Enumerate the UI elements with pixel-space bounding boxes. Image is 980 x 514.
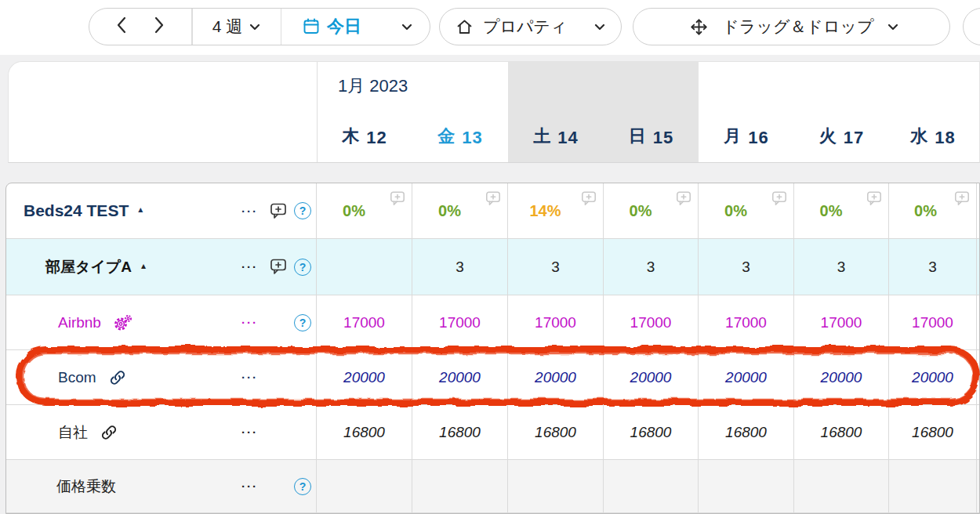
row-label-multiplier: 価格乗数 ··· ? — [6, 460, 317, 513]
help-icon[interactable]: ? — [294, 259, 311, 276]
price-cell[interactable]: 17000 — [508, 295, 604, 350]
channel-name: Airbnb — [6, 314, 101, 331]
day-header: 土14 — [508, 62, 604, 162]
availability-cell[interactable]: 3 — [604, 239, 699, 295]
clipped-cell — [977, 239, 980, 295]
clipped-cell — [977, 183, 980, 239]
more-menu-icon[interactable]: ··· — [241, 316, 258, 329]
toolbar-pill-navigation: 4 週 今日 — [89, 8, 430, 45]
day-header: 日15 — [604, 62, 699, 162]
app-canvas: 4 週 今日 — [0, 0, 980, 514]
clipped-cell — [977, 460, 980, 513]
dragdrop-menu-label: ドラッグ＆ドロップ — [723, 16, 874, 38]
roomtype-name[interactable]: 部屋タイプA — [6, 257, 132, 277]
chevron-right-icon — [154, 16, 165, 37]
today-label: 今日 — [327, 15, 361, 38]
range-label: 4 週 — [212, 16, 243, 38]
property-menu-button[interactable]: プロパティ — [439, 8, 622, 45]
price-cell[interactable]: 16800 — [889, 405, 977, 460]
availability-cell[interactable]: 3 — [412, 239, 508, 295]
multiplier-cell[interactable] — [412, 460, 508, 513]
price-cell[interactable]: 20000 — [889, 350, 977, 405]
multiplier-cell[interactable] — [889, 460, 977, 513]
chevron-left-icon — [116, 16, 127, 37]
more-menu-icon[interactable]: ··· — [241, 480, 258, 493]
collapse-icon[interactable]: ▴ — [138, 204, 143, 215]
price-cell[interactable]: 20000 — [794, 350, 889, 405]
price-cell[interactable]: 17000 — [889, 295, 977, 350]
availability-cell[interactable]: 3 — [508, 239, 604, 295]
help-icon[interactable]: ? — [294, 314, 311, 331]
price-cell[interactable]: 16800 — [317, 405, 412, 460]
more-menu-icon[interactable]: ··· — [241, 425, 258, 439]
add-note-icon[interactable] — [389, 190, 406, 207]
channel-name: 自社 — [6, 422, 88, 443]
more-menu-icon[interactable]: ··· — [241, 205, 258, 218]
add-note-icon[interactable] — [866, 190, 883, 207]
dragdrop-menu-button[interactable]: ドラッグ＆ドロップ — [633, 8, 950, 45]
day-header-today: 金13 — [412, 62, 508, 162]
add-note-icon[interactable] — [485, 190, 502, 207]
add-note-icon[interactable] — [269, 202, 288, 220]
more-menu-icon[interactable]: ··· — [241, 260, 258, 273]
add-note-icon[interactable] — [953, 190, 971, 207]
price-cell[interactable]: 20000 — [317, 350, 412, 405]
price-cell[interactable]: 17000 — [317, 295, 412, 350]
today-select[interactable]: 今日 — [281, 9, 430, 45]
link-icon[interactable] — [100, 424, 118, 441]
property-menu-label: プロパティ — [483, 16, 567, 38]
occupancy-cell[interactable]: 14% — [508, 183, 604, 239]
occupancy-cell[interactable]: 0% — [794, 183, 889, 239]
next-week-button[interactable] — [154, 16, 165, 37]
availability-cell[interactable] — [317, 239, 412, 295]
occupancy-cell[interactable]: 0% — [412, 183, 508, 239]
price-cell[interactable]: 20000 — [604, 350, 699, 405]
more-menu-icon[interactable]: ··· — [241, 371, 258, 384]
rates-table: Beds24 TEST ▴ ··· ? 0% 0% 14% 0% 0% 0% 0… — [5, 183, 980, 514]
price-cell[interactable]: 16800 — [412, 405, 508, 460]
range-select[interactable]: 4 週 — [193, 9, 281, 45]
price-cell[interactable]: 16800 — [508, 405, 604, 460]
move-icon — [689, 17, 709, 37]
chevron-down-icon — [594, 20, 605, 34]
link-icon[interactable] — [109, 369, 126, 386]
availability-cell[interactable]: 3 — [794, 239, 889, 295]
multiplier-cell[interactable] — [699, 460, 794, 513]
price-cell[interactable]: 16800 — [604, 405, 699, 460]
chevron-down-icon — [401, 20, 412, 34]
help-icon[interactable]: ? — [294, 202, 311, 219]
price-cell[interactable]: 20000 — [508, 350, 604, 405]
multiplier-cell[interactable] — [794, 460, 889, 513]
add-note-icon[interactable] — [771, 190, 788, 207]
row-label-property: Beds24 TEST ▴ ··· ? — [6, 183, 317, 239]
price-cell[interactable]: 17000 — [604, 295, 699, 350]
occupancy-cell[interactable]: 0% — [604, 183, 699, 239]
price-cell[interactable]: 17000 — [412, 295, 508, 350]
gears-icon[interactable] — [114, 315, 132, 331]
row-label-airbnb: Airbnb ··· ? — [6, 295, 317, 350]
occupancy-cell[interactable]: 0% — [317, 183, 412, 239]
toolbar-pill-partial[interactable] — [963, 8, 980, 45]
price-cell[interactable]: 17000 — [794, 295, 889, 350]
chevron-down-icon — [887, 20, 898, 34]
price-cell[interactable]: 20000 — [412, 350, 508, 405]
multiplier-cell[interactable] — [508, 460, 604, 513]
multiplier-cell[interactable] — [604, 460, 699, 513]
price-cell[interactable]: 17000 — [699, 295, 794, 350]
prev-week-button[interactable] — [116, 16, 127, 37]
add-note-icon[interactable] — [675, 190, 692, 207]
help-icon[interactable]: ? — [294, 478, 311, 495]
calendar-header-panel: 1月 2023 木12 金13 土14 日15 月16 火17 水18 ↺ ⇤ … — [8, 61, 980, 163]
add-note-icon[interactable] — [580, 190, 597, 207]
price-cell[interactable]: 20000 — [699, 350, 794, 405]
occupancy-cell[interactable]: 0% — [889, 183, 977, 239]
multiplier-cell[interactable] — [317, 460, 412, 513]
property-name[interactable]: Beds24 TEST — [6, 201, 129, 220]
price-cell[interactable]: 16800 — [699, 405, 794, 460]
availability-cell[interactable]: 3 — [889, 239, 977, 295]
price-cell[interactable]: 16800 — [794, 405, 889, 460]
add-note-icon[interactable] — [269, 258, 288, 276]
availability-cell[interactable]: 3 — [699, 239, 794, 295]
collapse-icon[interactable]: ▴ — [141, 260, 146, 271]
occupancy-cell[interactable]: 0% — [699, 183, 794, 239]
